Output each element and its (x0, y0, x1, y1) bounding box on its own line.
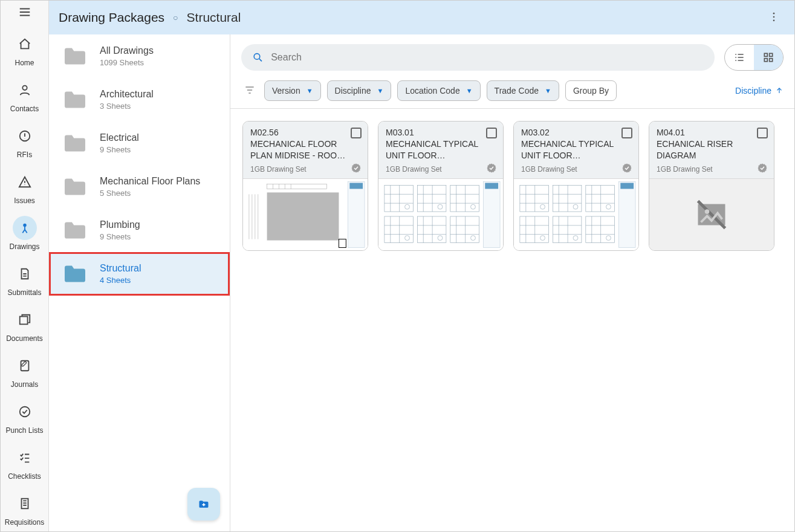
no-image-icon (693, 196, 730, 233)
svg-rect-20 (348, 181, 365, 247)
filter-chip[interactable]: Trade Code▼ (487, 80, 559, 101)
add-package-button[interactable] (187, 488, 220, 521)
chevron-down-icon: ▼ (545, 87, 551, 94)
folder-icon (62, 264, 88, 284)
select-checkbox[interactable] (486, 128, 497, 138)
sort-label: Discipline (735, 86, 771, 96)
card-thumbnail (514, 179, 638, 250)
submittals-icon (18, 267, 31, 281)
dots-vertical-icon (768, 11, 780, 23)
chip-label: Trade Code (495, 86, 539, 96)
folder-item[interactable]: Electrical 9 Sheets (49, 122, 230, 165)
card-header: M03.01 MECHANICAL TYPICAL UNIT FLOOR… 1G… (378, 122, 503, 179)
nav-item-checklists[interactable]: Checklists (5, 440, 44, 485)
search-box[interactable] (241, 44, 715, 71)
menu-button[interactable] (13, 5, 37, 19)
grid-view-button[interactable] (754, 45, 783, 70)
drawing-thumbnail (378, 179, 503, 250)
chevron-down-icon: ▼ (307, 87, 313, 94)
page-title: Drawing Packages (59, 10, 164, 25)
folder-name: Electrical (100, 132, 139, 143)
view-toggle (724, 44, 784, 71)
nav-item-home[interactable]: Home (5, 26, 44, 72)
folder-icon (62, 89, 88, 110)
chevron-down-icon: ▼ (466, 87, 473, 94)
card-header: M04.01 ECHANICAL RISER DIAGRAM 1GB Drawi… (649, 122, 774, 179)
svg-rect-32 (339, 239, 346, 247)
nav-item-punchlists[interactable]: Punch Lists (5, 394, 44, 440)
folder-plus-icon (198, 498, 210, 510)
svg-point-11 (773, 12, 775, 14)
home-icon (18, 37, 31, 51)
nav-label: Drawings (9, 242, 39, 251)
svg-rect-16 (770, 53, 773, 56)
nav-item-issues[interactable]: Issues (5, 164, 44, 210)
select-checkbox[interactable] (757, 128, 768, 138)
drawing-card[interactable]: M04.01 ECHANICAL RISER DIAGRAM 1GB Drawi… (649, 121, 774, 251)
verified-icon (757, 163, 768, 174)
folder-item[interactable]: Mechanical Floor Plans 5 Sheets (49, 165, 230, 209)
drawing-set: 1GB Drawing Set (386, 165, 496, 174)
filter-toolbar: Version▼Discipline▼Location Code▼Trade C… (230, 76, 794, 109)
folder-item[interactable]: Architectural 3 Sheets (49, 78, 230, 122)
nav-item-drawings[interactable]: Drawings (5, 210, 44, 256)
folder-count: 9 Sheets (100, 232, 140, 241)
drawing-set: 1GB Drawing Set (657, 165, 767, 174)
nav-item-requisitions[interactable]: Requisitions (5, 485, 44, 531)
folder-item[interactable]: All Drawings 1099 Sheets (49, 34, 230, 78)
search-input[interactable] (271, 52, 704, 63)
arrow-up-icon (775, 86, 784, 95)
folder-icon (62, 133, 88, 154)
select-checkbox[interactable] (621, 128, 632, 138)
verified-icon (351, 163, 362, 174)
drawing-set: 1GB Drawing Set (521, 165, 631, 174)
select-checkbox[interactable] (351, 128, 362, 138)
folder-item[interactable]: Structural 4 Sheets (49, 252, 230, 296)
nav-rail: HomeContactsRFIsIssuesDrawingsSubmittals… (1, 1, 49, 531)
nav-label: Issues (14, 196, 35, 205)
drawing-code: M03.01 (386, 128, 496, 137)
checklists-icon (18, 451, 31, 464)
filter-chip[interactable]: Discipline▼ (327, 80, 392, 101)
nav-item-rfis[interactable]: RFIs (5, 118, 44, 164)
folder-count: 9 Sheets (100, 145, 139, 154)
chip-label: Version (272, 86, 300, 96)
svg-point-112 (705, 209, 710, 214)
folder-icon (62, 177, 88, 197)
folder-name: Plumbing (100, 219, 140, 230)
svg-point-5 (19, 407, 30, 417)
filter-button[interactable] (241, 82, 258, 100)
journals-icon (18, 359, 31, 372)
card-thumbnail (649, 179, 774, 250)
nav-item-documents[interactable]: Documents (5, 302, 44, 348)
drawing-card[interactable]: M03.01 MECHANICAL TYPICAL UNIT FLOOR… 1G… (378, 121, 504, 251)
folder-name: All Drawings (100, 45, 154, 56)
issues-icon (18, 175, 31, 189)
verified-icon (621, 163, 632, 174)
list-view-button[interactable] (725, 45, 754, 70)
filter-chip[interactable]: Group By (565, 80, 617, 101)
content-area: Version▼Discipline▼Location Code▼Trade C… (230, 34, 794, 531)
contacts-icon (18, 83, 31, 97)
nav-item-contacts[interactable]: Contacts (5, 72, 44, 118)
svg-rect-74 (620, 183, 634, 189)
card-thumbnail (378, 179, 503, 250)
drawing-card[interactable]: M02.56 MECHANICAL FLOOR PLAN MIDRISE - R… (242, 121, 368, 251)
nav-item-submittals[interactable]: Submittals (5, 256, 44, 302)
folder-name: Structural (100, 263, 141, 274)
svg-rect-15 (764, 53, 767, 56)
sort-button[interactable]: Discipline (735, 86, 784, 96)
rfis-icon (18, 129, 31, 143)
nav-item-journals[interactable]: Journals (5, 348, 44, 394)
folder-item[interactable]: Plumbing 9 Sheets (49, 209, 230, 252)
drawing-thumbnail (243, 179, 368, 250)
nav-label: Punch Lists (5, 426, 43, 435)
drawing-code: M03.02 (521, 128, 631, 137)
svg-rect-18 (770, 59, 773, 62)
more-menu-button[interactable] (763, 6, 785, 30)
filter-chip[interactable]: Location Code▼ (397, 80, 480, 101)
drawing-card[interactable]: M03.02 MECHANICAL TYPICAL UNIT FLOOR… 1G… (513, 121, 639, 251)
nav-label: Checklists (8, 472, 41, 481)
page-subtitle: Structural (187, 10, 241, 25)
filter-chip[interactable]: Version▼ (264, 80, 321, 101)
